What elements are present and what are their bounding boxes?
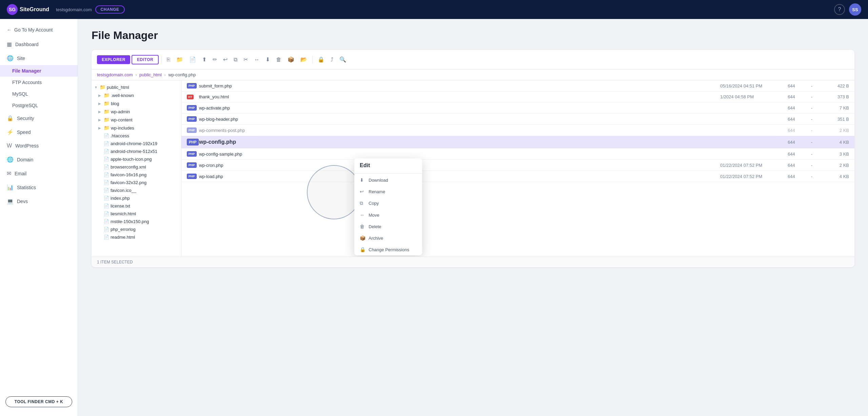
context-menu-edit[interactable]: Edit [354, 158, 422, 173]
sidebar-item-speed[interactable]: ⚡ Speed [0, 125, 78, 139]
tree-item-favicon-32[interactable]: ▶ 📄 favicon-32x32.png [92, 179, 181, 186]
folder-icon: 📁 [104, 117, 110, 122]
new-file-button[interactable]: 📄 [187, 55, 198, 64]
sidebar-item-domain[interactable]: 🌐 Domain [0, 153, 78, 166]
sidebar-item-mysql[interactable]: MySQL [0, 88, 78, 100]
file-name: wp-blog-header.php [199, 117, 720, 122]
context-menu-permissions[interactable]: 🔒 Change Permissions [354, 244, 422, 255]
tree-item-mstile[interactable]: ▶ 📄 mstile-150x150.png [92, 218, 181, 225]
file-name: submit_form.php [199, 83, 720, 88]
topnav: SG SiteGround testsgdomain.com CHANGE ? … [0, 0, 868, 19]
archive-button[interactable]: 📦 [285, 55, 297, 64]
file-row-wp-config-sample[interactable]: PHP wp-config-sample.php 644 - 3 KB [181, 148, 854, 160]
cut-button[interactable]: ✂ [241, 55, 250, 64]
file-row-wp-comments[interactable]: PHP wp-comments-post.php 644 - 2 KB [181, 125, 854, 136]
context-menu-delete[interactable]: 🗑 Delete [354, 221, 422, 232]
tree-item-htaccess[interactable]: ▶ 📄 .htaccess [92, 132, 181, 140]
sidebar-item-dashboard[interactable]: ▦ Dashboard [0, 37, 78, 51]
tree-item-apple-touch[interactable]: ▶ 📄 apple-touch-icon.png [92, 155, 181, 163]
search-button[interactable]: 🔍 [337, 55, 349, 64]
tool-finder-button[interactable]: TOOL FINDER CMD + K [5, 396, 72, 407]
file-name: thank_you.html [199, 94, 720, 99]
tree-item-android-512[interactable]: ▶ 📄 android-chrome-512x51 [92, 147, 181, 155]
delete-button[interactable]: 🗑 [274, 55, 284, 64]
context-menu-copy[interactable]: ⧉ Copy [354, 197, 422, 209]
wordpress-icon: W [7, 143, 12, 149]
breadcrumb-part-2: wp-config.php [168, 72, 196, 77]
rename-button[interactable]: ↩ [221, 55, 230, 64]
file-date: 01/22/2024 07:52 PM [720, 174, 781, 179]
tree-item-blog[interactable]: ▶ 📁 blog [92, 99, 181, 107]
file-row-wp-config[interactable]: PHP wp-config.php 644 - 4 KB [181, 136, 854, 148]
tree-item-license[interactable]: ▶ 📄 license.txt [92, 202, 181, 210]
email-icon: ✉ [7, 170, 11, 177]
tree-label-blog: blog [111, 101, 119, 106]
breadcrumb-sep-2: › [164, 72, 167, 77]
file-icon: 📄 [104, 203, 109, 209]
sidebar-item-postgresql[interactable]: PostgreSQL [0, 100, 78, 111]
sidebar-item-statistics[interactable]: 📊 Statistics [0, 180, 78, 194]
sidebar-item-wordpress[interactable]: W WordPress [0, 139, 78, 153]
context-menu-rename[interactable]: ↩ Rename [354, 186, 422, 197]
context-menu-move[interactable]: ↔ Move [354, 209, 422, 221]
tree-item-wp-content[interactable]: ▶ 📁 wp-content [92, 116, 181, 124]
file-icon: 📄 [104, 141, 109, 146]
tree-item-android-192[interactable]: ▶ 📄 android-chrome-192x19 [92, 140, 181, 147]
mysql-label: MySQL [12, 91, 28, 97]
editor-button[interactable]: EDITOR [132, 55, 159, 64]
duplicate-button[interactable]: ⧉ [231, 55, 240, 64]
file-row-wp-load[interactable]: PHP wp-load.php 01/22/2024 07:52 PM 644 … [181, 171, 854, 182]
file-size: 3 KB [822, 152, 849, 157]
file-row-wp-blog-header[interactable]: PHP wp-blog-header.php 644 - 351 B [181, 114, 854, 125]
move-button[interactable]: ↔ [252, 55, 262, 64]
sidebar-item-file-manager[interactable]: File Manager [0, 65, 78, 77]
help-button[interactable]: ? [834, 4, 845, 15]
sidebar-item-email[interactable]: ✉ Email [0, 166, 78, 180]
permissions-button[interactable]: 🔒 [315, 55, 327, 64]
tree-item-wp-admin[interactable]: ▶ 📁 wp-admin [92, 107, 181, 116]
change-button[interactable]: CHANGE [95, 5, 125, 14]
tree-item-index-php[interactable]: ▶ 📄 index.php [92, 194, 181, 202]
file-list: PHP submit_form.php 05/16/2024 04:51 PM … [181, 80, 854, 257]
sidebar-label-devs: Devs [17, 199, 28, 204]
file-type-icon: PHP [187, 83, 199, 88]
folder-up-button[interactable]: ⤴ [328, 55, 336, 64]
tree-item-well-known[interactable]: ▶ 📁 .well-known [92, 91, 181, 99]
explorer-button[interactable]: EXPLORER [97, 55, 130, 64]
new-folder-button[interactable]: 📁 [174, 55, 185, 64]
tree-item-wp-includes[interactable]: ▶ 📁 wp-includes [92, 124, 181, 132]
file-row-wp-cron[interactable]: PHP wp-cron.php 01/22/2024 07:52 PM 644 … [181, 160, 854, 171]
ctx-label-permissions: Change Permissions [369, 247, 409, 252]
tree-item-php-errorlog[interactable]: ▶ 📄 php_errorlog [92, 225, 181, 233]
sidebar-item-ftp[interactable]: FTP Accounts [0, 77, 78, 88]
file-perms: 644 [781, 117, 802, 122]
sidebar-item-devs[interactable]: 💻 Devs [0, 194, 78, 208]
tree-item-favicon-16[interactable]: ▶ 📄 favicon-16x16.png [92, 171, 181, 179]
tree-item-liesmich[interactable]: ▶ 📄 liesmich.html [92, 210, 181, 218]
download-button[interactable]: ⬇ [263, 55, 272, 64]
file-row-wp-activate[interactable]: PHP wp-activate.php 644 - 7 KB [181, 102, 854, 114]
sidebar-item-site[interactable]: 🌐 Site [0, 51, 78, 65]
breadcrumb-part-0[interactable]: testsgdomain.com [97, 72, 133, 77]
tree-item-browserconfig[interactable]: ▶ 📄 browserconfig.xml [92, 163, 181, 171]
copy-path-button[interactable]: ⎘ [164, 55, 173, 64]
tree-item-readme[interactable]: ▶ 📄 readme.html [92, 233, 181, 241]
breadcrumb-part-1[interactable]: public_html [139, 72, 162, 77]
back-label: Go To My Account [14, 27, 53, 33]
avatar-button[interactable]: SS [849, 3, 861, 16]
file-row-submit-form[interactable]: PHP submit_form.php 05/16/2024 04:51 PM … [181, 80, 854, 92]
context-menu-download[interactable]: ⬇ Download [354, 174, 422, 186]
extract-button[interactable]: 📂 [298, 55, 310, 64]
context-menu-archive[interactable]: 📦 Archive [354, 232, 422, 244]
site-section: File Manager FTP Accounts MySQL PostgreS… [0, 65, 78, 111]
context-menu: Edit ⬇ Download ↩ Rename ⧉ Copy [354, 158, 422, 255]
edit-button[interactable]: ✏ [210, 55, 219, 64]
tree-item-favicon-ico[interactable]: ▶ 📄 favicon.ico__ [92, 186, 181, 194]
ctx-label-download: Download [369, 178, 388, 183]
sidebar-item-security[interactable]: 🔒 Security [0, 111, 78, 125]
upload-folder-button[interactable]: ⬆ [200, 55, 209, 64]
tree-item-public-html[interactable]: ▼ 📁 public_html [92, 83, 181, 91]
file-row-thank-you[interactable]: HT thank_you.html 1/2024 04:58 PM 644 - … [181, 92, 854, 102]
tree-label-readme: readme.html [111, 235, 135, 240]
back-to-account[interactable]: ← Go To My Account [0, 22, 78, 37]
